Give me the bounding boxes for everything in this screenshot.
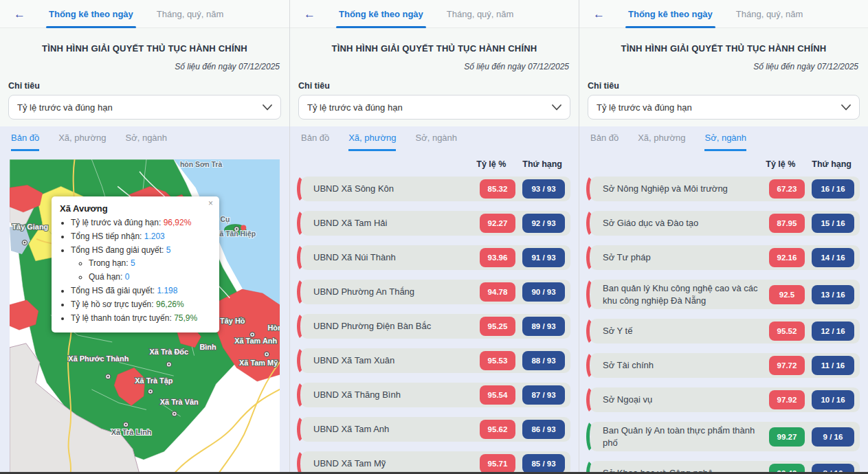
subtab-so-nganh[interactable]: Sở, ngành bbox=[704, 133, 746, 151]
rate-badge: 67.23 bbox=[769, 179, 805, 199]
top-bar: ← Thống kê theo ngày Tháng, quý, năm bbox=[579, 0, 868, 28]
map-label: Xã Trà Vân bbox=[160, 398, 199, 406]
tooltip-item-label: Tỷ lệ thanh toán trực tuyến: bbox=[71, 313, 174, 323]
list-item[interactable]: UBND Xã Tam Hải92.2792 / 93 bbox=[301, 211, 570, 236]
back-arrow-icon[interactable]: ← bbox=[14, 8, 25, 20]
list-item[interactable]: UBND Xã Sông Kôn85.3293 / 93 bbox=[301, 177, 570, 201]
list-item[interactable]: Ban quản lý Khu công nghệ cao và các khu… bbox=[590, 280, 860, 309]
list-item[interactable]: UBND Xã Tam Anh95.6286 / 93 bbox=[301, 417, 570, 442]
rank-badge: 15 / 16 bbox=[812, 214, 854, 233]
rank-badge: 85 / 93 bbox=[522, 454, 565, 473]
list-item[interactable]: UBND Xã Núi Thành93.9691 / 93 bbox=[301, 245, 570, 270]
back-arrow-icon[interactable]: ← bbox=[593, 8, 605, 20]
rank-badge: 89 / 93 bbox=[522, 317, 565, 336]
org-name: Sở Tư pháp bbox=[603, 251, 769, 264]
map-marker-icon[interactable] bbox=[106, 374, 111, 379]
map-marker-icon[interactable] bbox=[265, 352, 269, 357]
tooltip-item-value: 0 bbox=[125, 272, 130, 282]
tooltip-item: Tổng HS tiếp nhận: 1.203 bbox=[71, 231, 211, 242]
list-item[interactable]: Sở Tài chính97.7211 / 16 bbox=[590, 353, 860, 378]
status-bracket-icon bbox=[297, 278, 310, 306]
tab-thong-ke-theo-ngay[interactable]: Thống kê theo ngày bbox=[49, 0, 133, 28]
list-item[interactable]: UBND Xã Tam Mỹ95.7185 / 93 bbox=[301, 451, 570, 474]
map-marker-icon[interactable] bbox=[166, 362, 171, 367]
top-bar: ← Thống kê theo ngày Tháng, quý, năm bbox=[290, 0, 579, 28]
top-bar: ← Thống kê theo ngày Tháng, quý, năm bbox=[0, 0, 289, 28]
map-label: hòn Sơn Trà bbox=[180, 161, 223, 168]
rate-badge: 97.92 bbox=[769, 390, 805, 409]
status-bracket-icon bbox=[297, 175, 310, 203]
map-marker-icon[interactable] bbox=[22, 240, 27, 245]
ranking-list: Tỷ lệ % Thứ hạng UBND Xã Sông Kôn85.3293… bbox=[290, 151, 579, 474]
subtab-ban-do[interactable]: Bản đồ bbox=[590, 133, 619, 151]
rank-badge: 92 / 93 bbox=[522, 214, 565, 233]
col-rate: Tỷ lệ % bbox=[766, 159, 795, 169]
rank-badge: 12 / 16 bbox=[812, 321, 854, 341]
list-item[interactable]: Sở Khoa học và Công nghệ99.498 / 16 bbox=[590, 461, 860, 474]
map-marker-icon[interactable] bbox=[124, 422, 129, 427]
subtab-ban-do[interactable]: Bản đồ bbox=[301, 133, 329, 151]
map-tooltip: × Xã Avương Tỷ lệ trước và đúng hạn: 96,… bbox=[52, 196, 219, 332]
criteria-select[interactable]: Tỷ lệ trước và đúng hạn bbox=[8, 95, 281, 120]
back-arrow-icon[interactable]: ← bbox=[304, 8, 315, 20]
rate-badge: 95.62 bbox=[480, 420, 515, 439]
tab-thong-ke-theo-ngay[interactable]: Thống kê theo ngày bbox=[339, 0, 423, 28]
row-list: Sở Nông Nghiệp và Môi trường67.2316 / 16… bbox=[586, 175, 861, 474]
map-label: Xã Trà Tập bbox=[135, 376, 173, 385]
subtab-xa-phuong[interactable]: Xã, phường bbox=[638, 133, 685, 151]
status-bracket-icon bbox=[586, 459, 599, 474]
panel-content: Bản đồXã, phườngSở, ngành Tỷ lệ % Thứ hạ… bbox=[579, 126, 868, 474]
subtab-ban-do[interactable]: Bản đồ bbox=[11, 133, 39, 151]
subtab-xa-phuong[interactable]: Xã, phường bbox=[348, 133, 396, 151]
tab-label: Tháng, quý, năm bbox=[447, 9, 514, 19]
header-block: TÌNH HÌNH GIẢI QUYẾT THỦ TỤC HÀNH CHÍNH … bbox=[290, 28, 579, 120]
list-item[interactable]: Sở Giáo dục và Đào tạo87.9515 / 16 bbox=[590, 211, 860, 236]
tooltip-item-value: 1.198 bbox=[157, 286, 177, 295]
list-item[interactable]: UBND Phường An Thắng94.7890 / 93 bbox=[301, 280, 570, 304]
tooltip-item-value: 1.203 bbox=[144, 232, 165, 241]
map-canvas[interactable]: hòn Sơn TràXã Bà Nàhòn CụXã Tân HiệpTây … bbox=[10, 159, 280, 474]
rate-badge: 87.95 bbox=[769, 214, 805, 233]
rank-badge: 88 / 93 bbox=[522, 351, 565, 370]
criteria-label: Chỉ tiêu bbox=[8, 81, 281, 91]
criteria-select[interactable]: Tỷ lệ trước và đúng hạn bbox=[588, 95, 860, 120]
org-name: UBND Phường An Thắng bbox=[313, 286, 480, 298]
org-name: UBND Xã Tam Anh bbox=[313, 423, 480, 436]
subtab-so-nganh[interactable]: Sở, ngành bbox=[125, 133, 167, 151]
status-bracket-icon bbox=[297, 346, 310, 375]
org-name: Sở Khoa học và Công nghệ bbox=[603, 467, 769, 474]
criteria-selected-value: Tỷ lệ trước và đúng hạn bbox=[597, 102, 692, 113]
status-bracket-icon bbox=[586, 351, 599, 380]
tab-thang-quy-nam[interactable]: Tháng, quý, năm bbox=[157, 0, 224, 28]
status-bracket-icon bbox=[297, 415, 310, 444]
rank-badge: 16 / 16 bbox=[812, 179, 854, 199]
tooltip-item: Tỷ lệ hồ sơ trực tuyến: 96,26% bbox=[71, 299, 211, 311]
list-item[interactable]: Sở Ngoại vụ97.9210 / 16 bbox=[590, 387, 860, 412]
tab-thong-ke-theo-ngay[interactable]: Thống kê theo ngày bbox=[628, 0, 713, 28]
rate-badge: 99.49 bbox=[769, 464, 805, 474]
close-icon[interactable]: × bbox=[208, 199, 213, 208]
tab-label: Thống kê theo ngày bbox=[49, 9, 133, 19]
map-label: Xã Trà Đốc bbox=[150, 348, 189, 356]
list-item[interactable]: Ban Quản lý An toàn thực phẩm thành phố9… bbox=[590, 422, 860, 451]
criteria-select[interactable]: Tỷ lệ trước và đúng hạn bbox=[298, 95, 570, 120]
map-marker-icon[interactable] bbox=[148, 389, 153, 394]
list-item[interactable]: Sở Y tế95.5212 / 16 bbox=[590, 319, 860, 343]
list-item[interactable]: Sở Nông Nghiệp và Môi trường67.2316 / 16 bbox=[590, 177, 860, 201]
subtab-so-nganh[interactable]: Sở, ngành bbox=[415, 133, 457, 151]
tab-thang-quy-nam[interactable]: Tháng, quý, năm bbox=[447, 0, 514, 28]
tab-label: Thống kê theo ngày bbox=[339, 9, 423, 19]
list-item[interactable]: Sở Tư pháp92.1614 / 16 bbox=[590, 245, 860, 270]
criteria-label: Chỉ tiêu bbox=[588, 81, 860, 91]
list-item[interactable]: UBND Xã Tam Xuân95.5388 / 93 bbox=[301, 348, 570, 373]
rate-badge: 85.32 bbox=[480, 179, 515, 199]
subtab-xa-phuong[interactable]: Xã, phường bbox=[58, 133, 106, 151]
org-name: Sở Nông Nghiệp và Môi trường bbox=[603, 183, 769, 195]
list-item[interactable]: UBND Xã Thăng Bình95.5487 / 93 bbox=[301, 383, 570, 407]
tab-thang-quy-nam[interactable]: Tháng, quý, năm bbox=[736, 0, 803, 28]
rate-badge: 92.5 bbox=[769, 285, 805, 304]
rank-badge: 11 / 16 bbox=[812, 356, 854, 375]
rank-badge: 93 / 93 bbox=[522, 179, 565, 199]
list-item[interactable]: UBND Phường Điện Bàn Bắc95.2589 / 93 bbox=[301, 314, 570, 339]
map-marker-icon[interactable] bbox=[172, 411, 177, 416]
